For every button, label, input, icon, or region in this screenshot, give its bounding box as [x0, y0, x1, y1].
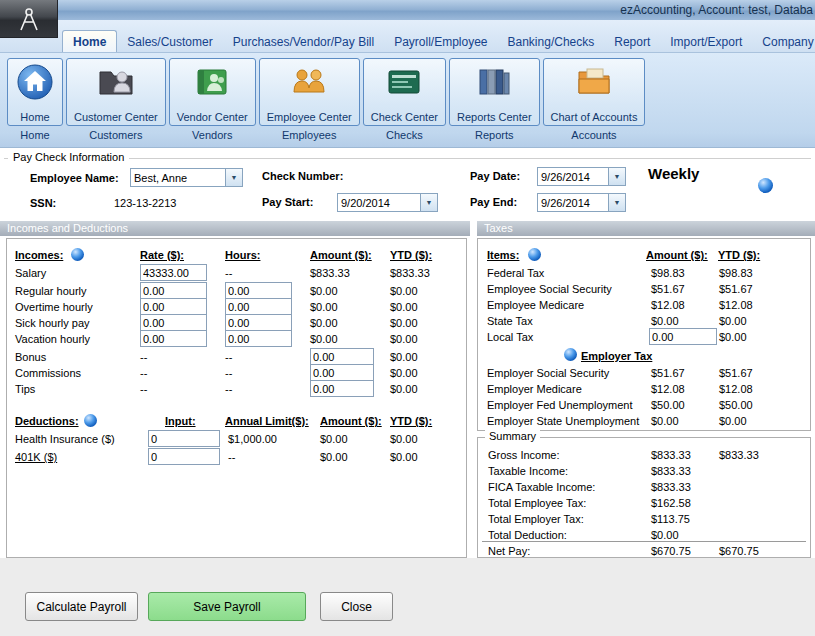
income-row-ytd: $0.00 [390, 301, 418, 313]
incomes-deductions-header: Incomes and Deductions [0, 221, 470, 236]
salary-rate-input[interactable] [140, 264, 207, 281]
app-window: ezAccounting, Account: test, Databa Home… [0, 0, 815, 636]
regular-rate-input[interactable] [140, 282, 207, 299]
help-globe-icon[interactable] [528, 248, 541, 261]
income-row-hours: -- [225, 383, 232, 395]
toolbar-home[interactable]: Home Home [7, 58, 63, 141]
sick-hours-input[interactable] [225, 314, 292, 331]
close-button[interactable]: Close [320, 592, 393, 621]
income-row-label: Salary [15, 267, 46, 279]
tab-banking-checks[interactable]: Banking/Checks [498, 31, 605, 52]
tab-purchases-vendor-pay-bill[interactable]: Purchases/Vendor/Pay Bill [223, 31, 384, 52]
vendor-center-icon [192, 62, 232, 102]
income-row-amount: $0.00 [310, 333, 338, 345]
toolbar-item-caption: Reports [475, 129, 514, 141]
deduction-amount: $0.00 [320, 451, 348, 463]
income-row-ytd: $0.00 [390, 383, 418, 395]
income-row-label: Vacation hourly [15, 333, 90, 345]
incomes-title: Incomes: [15, 249, 63, 261]
commissions-amount-input[interactable] [310, 364, 374, 381]
tax-row-amount: $0.00 [651, 415, 679, 427]
tax-row-amount: $50.00 [651, 399, 685, 411]
summary-row-label: Gross Income: [488, 449, 560, 461]
income-row-amount: $0.00 [310, 285, 338, 297]
regular-hours-input[interactable] [225, 282, 292, 299]
toolbar-reports-center[interactable]: Reports Center Reports [449, 58, 540, 141]
pay-end-label: Pay End: [470, 196, 517, 208]
sick-rate-input[interactable] [140, 314, 207, 331]
tab-home[interactable]: Home [62, 30, 117, 52]
pay-end-select[interactable]: 9/26/2014 ▼ [537, 193, 626, 212]
pay-start-datepicker[interactable]: 9/20/2014 ▼ [337, 193, 438, 212]
tips-amount-input[interactable] [310, 380, 374, 397]
toolbar-item-title: Vendor Center [177, 111, 248, 123]
toolbar-check-center[interactable]: Check Center Checks [363, 58, 446, 141]
summary-row-ytd: $670.75 [719, 545, 759, 557]
deduction-annual-limit: $1,000.00 [228, 433, 277, 445]
toolbar-check-center-box[interactable]: Check Center [363, 58, 446, 126]
help-globe-icon[interactable] [564, 348, 577, 361]
income-row-rate: -- [140, 367, 147, 379]
calculate-payroll-button[interactable]: Calculate Payroll [25, 592, 138, 621]
toolbar-chart-of-accounts[interactable]: Chart of Accounts Accounts [543, 58, 646, 141]
bonus-amount-input[interactable] [310, 348, 374, 365]
summary-row-label: Total Employee Tax: [488, 497, 586, 509]
tax-row-label: Employee Medicare [487, 299, 584, 311]
toolbar-employee-center[interactable]: Employee Center Employees [259, 58, 360, 141]
pay-date-select[interactable]: 9/26/2014 ▼ [537, 167, 626, 186]
toolbar-item-title: Chart of Accounts [551, 111, 638, 123]
overtime-rate-input[interactable] [140, 298, 207, 315]
local-tax-input[interactable] [649, 328, 717, 345]
summary-row-ytd: $833.33 [719, 449, 759, 461]
toolbar-reports-center-box[interactable]: Reports Center [449, 58, 540, 126]
paycheck-info-section: Pay Check Information Employee Name: Bes… [0, 150, 815, 222]
toolbar-vendor-center[interactable]: Vendor Center Vendors [169, 58, 256, 141]
taxes-panel: Items: Amount ($): YTD ($): Federal Tax … [477, 238, 811, 431]
income-row-rate: -- [140, 351, 147, 363]
toolbar-chart-of-accounts-box[interactable]: Chart of Accounts [543, 58, 646, 126]
toolbar-customer-center[interactable]: Customer Center Customers [66, 58, 166, 141]
menu-tabbar: Home Sales/Customer Purchases/Vendor/Pay… [0, 20, 815, 53]
employee-name-label: Employee Name: [30, 172, 119, 184]
summary-row-label: Net Pay: [488, 545, 530, 557]
toolbar-home-box[interactable]: Home [7, 58, 63, 126]
toolbar-customer-center-box[interactable]: Customer Center [66, 58, 166, 126]
chevron-down-icon: ▼ [225, 169, 242, 186]
col-ytd-header: YTD ($): [390, 415, 432, 427]
tab-company[interactable]: Company [752, 31, 815, 52]
employee-name-select[interactable]: Best, Anne ▼ [130, 168, 243, 187]
tax-row-amount: $51.67 [651, 283, 685, 295]
tax-row-ytd: $98.83 [719, 267, 753, 279]
col-annual-limit-header: Annual Limit($): [225, 415, 309, 427]
income-row-amount: $833.33 [310, 267, 350, 279]
overtime-hours-input[interactable] [225, 298, 292, 315]
help-globe-icon[interactable] [758, 178, 773, 193]
vacation-rate-input[interactable] [140, 330, 207, 347]
income-row-ytd: $0.00 [390, 367, 418, 379]
col-input-header: Input: [165, 415, 196, 427]
customer-center-icon [96, 62, 136, 102]
employee-center-icon [289, 62, 329, 102]
toolbar-vendor-center-box[interactable]: Vendor Center [169, 58, 256, 126]
help-globe-icon[interactable] [71, 248, 84, 261]
calendar-dropdown-icon: ▼ [420, 194, 437, 211]
toolbar-employee-center-box[interactable]: Employee Center [259, 58, 360, 126]
app-menu-button[interactable] [0, 0, 58, 38]
save-payroll-button[interactable]: Save Payroll [148, 592, 306, 621]
help-globe-icon[interactable] [84, 414, 97, 427]
toolbar-item-title: Employee Center [267, 111, 352, 123]
tab-report[interactable]: Report [604, 31, 660, 52]
col-ytd-header: YTD ($): [718, 249, 760, 261]
tax-row-ytd: $0.00 [719, 331, 747, 343]
tab-import-export[interactable]: Import/Export [660, 31, 752, 52]
tab-payroll-employee[interactable]: Payroll/Employee [384, 31, 497, 52]
income-row-hours: -- [225, 367, 232, 379]
health-insurance-input[interactable] [148, 430, 220, 447]
check-center-icon [384, 62, 424, 102]
tab-sales-customer[interactable]: Sales/Customer [117, 31, 222, 52]
pay-frequency-label: Weekly [648, 165, 699, 182]
k401-input[interactable] [148, 448, 220, 465]
vacation-hours-input[interactable] [225, 330, 292, 347]
pay-start-label: Pay Start: [262, 196, 313, 208]
tax-row-ytd: $51.67 [719, 283, 753, 295]
